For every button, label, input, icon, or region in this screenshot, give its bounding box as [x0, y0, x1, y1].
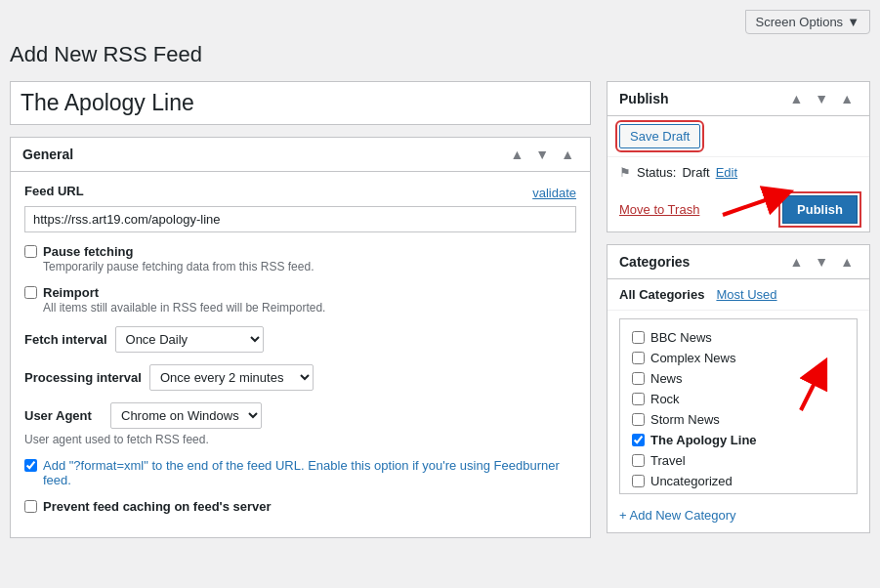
prevent-caching-row: Prevent feed caching on feed's server: [24, 499, 576, 514]
feed-title-input[interactable]: [10, 81, 591, 125]
list-item: Rock: [632, 389, 845, 409]
category-checkbox[interactable]: [632, 475, 645, 487]
list-item: News: [632, 368, 845, 389]
screen-options-button[interactable]: Screen Options ▼: [745, 10, 870, 34]
publish-panel-down-button[interactable]: ▼: [811, 90, 832, 107]
processing-interval-row: Processing interval Once every 2 minutes…: [24, 364, 576, 391]
format-xml-checkbox[interactable]: [24, 459, 37, 472]
prevent-caching-checkbox[interactable]: [24, 500, 37, 513]
categories-panel-down-button[interactable]: ▼: [811, 253, 832, 271]
category-label[interactable]: Rock: [650, 392, 680, 406]
reimport-label[interactable]: Reimport: [43, 285, 99, 300]
fetch-interval-select[interactable]: Once Daily Once Every Hour Once Every 2 …: [115, 326, 264, 353]
status-label: Status:: [637, 165, 676, 180]
feed-url-label: Feed URL: [24, 184, 84, 198]
category-checkbox[interactable]: [632, 331, 645, 344]
fetch-interval-label: Fetch interval: [24, 332, 107, 347]
pause-fetching-desc: Temporarily pause fetching data from thi…: [43, 260, 314, 273]
user-agent-desc: User agent used to fetch RSS feed.: [24, 433, 576, 446]
panel-controls: ▲ ▼ ▲: [506, 146, 578, 163]
reimport-checkbox[interactable]: [24, 286, 37, 299]
feed-url-row: Feed URL validate: [24, 184, 576, 232]
publish-actions-row: Move to Trash Publish: [608, 188, 869, 231]
list-item: Travel: [632, 450, 845, 471]
categories-panel-title: Categories: [619, 254, 690, 270]
category-checkbox[interactable]: [632, 434, 645, 446]
processing-interval-select[interactable]: Once every 2 minutes Once every 5 minute…: [149, 364, 314, 391]
category-label[interactable]: Uncategorized: [650, 474, 733, 488]
move-to-trash-link[interactable]: Move to Trash: [619, 202, 699, 217]
list-item: BBC News: [632, 327, 845, 348]
category-label[interactable]: Travel: [650, 453, 686, 468]
format-xml-row: Add "?format=xml" to the end of the feed…: [24, 458, 576, 487]
general-panel: General ▲ ▼ ▲ Feed URL validate: [10, 137, 591, 538]
add-new-category-link[interactable]: + Add New Category: [619, 508, 736, 523]
validate-link[interactable]: validate: [532, 186, 576, 200]
pause-fetching-checkbox[interactable]: [24, 245, 37, 258]
categories-list: BBC NewsComplex NewsNewsRockStorm NewsTh…: [619, 318, 858, 494]
publish-panel-controls: ▲ ▼ ▲: [785, 90, 858, 107]
screen-options-label: Screen Options: [756, 15, 844, 29]
list-item: Complex News: [632, 348, 845, 368]
category-label[interactable]: The Apology Line: [650, 433, 757, 447]
general-panel-title: General: [22, 147, 73, 162]
list-item: The Apology Line: [632, 430, 845, 450]
list-item: Storm News: [632, 409, 845, 430]
category-label[interactable]: Complex News: [650, 351, 735, 365]
category-label[interactable]: BBC News: [650, 330, 712, 345]
feed-url-input[interactable]: [24, 206, 576, 232]
categories-tabs: All Categories Most Used: [608, 279, 869, 311]
save-draft-row: Save Draft: [608, 116, 869, 157]
prevent-caching-label[interactable]: Prevent feed caching on feed's server: [43, 499, 272, 514]
categories-panel-header: Categories ▲ ▼ ▲: [608, 245, 869, 279]
pause-fetching-label[interactable]: Pause fetching: [43, 244, 133, 259]
tab-most-used[interactable]: Most Used: [716, 287, 776, 302]
status-edit-link[interactable]: Edit: [716, 165, 737, 180]
publish-button[interactable]: Publish: [782, 195, 858, 224]
fetch-interval-row: Fetch interval Once Daily Once Every Hou…: [24, 326, 576, 353]
categories-panel: Categories ▲ ▼ ▲ All Categories Most Use…: [607, 244, 870, 533]
pause-fetching-row: Pause fetching Temporarily pause fetchin…: [24, 244, 576, 273]
publish-panel: Publish ▲ ▼ ▲ Save Draft ⚑ Status: Draft…: [607, 81, 870, 232]
add-new-category-section: + Add New Category: [608, 502, 869, 532]
status-value: Draft: [682, 165, 709, 180]
publish-panel-expand-button[interactable]: ▲: [836, 90, 858, 107]
category-checkbox[interactable]: [632, 413, 645, 426]
reimport-row: Reimport All items still available in RS…: [24, 285, 576, 315]
user-agent-label: User Agent: [24, 408, 103, 423]
general-panel-body: Feed URL validate Pause fetching Tempora…: [11, 172, 590, 537]
status-icon: ⚑: [619, 165, 631, 180]
category-checkbox[interactable]: [632, 454, 645, 467]
processing-interval-label: Processing interval: [24, 370, 142, 385]
format-xml-label[interactable]: Add "?format=xml" to the end of the feed…: [43, 458, 560, 487]
categories-panel-up-button[interactable]: ▲: [785, 253, 807, 271]
publish-panel-up-button[interactable]: ▲: [785, 90, 807, 107]
category-checkbox[interactable]: [632, 352, 645, 364]
category-checkbox[interactable]: [632, 372, 645, 385]
user-agent-select[interactable]: Chrome on Windows Firefox on Windows Saf…: [110, 402, 262, 429]
status-row: ⚑ Status: Draft Edit: [608, 157, 869, 188]
list-item: Uncategorized: [632, 471, 845, 491]
chevron-down-icon: ▼: [847, 15, 859, 29]
save-draft-button[interactable]: Save Draft: [619, 124, 700, 148]
category-label[interactable]: News: [650, 371, 683, 386]
reimport-desc: All items still available in RSS feed wi…: [43, 301, 325, 315]
category-label[interactable]: Storm News: [650, 412, 720, 427]
user-agent-row: User Agent Chrome on Windows Firefox on …: [24, 402, 576, 446]
tab-all-categories[interactable]: All Categories: [619, 287, 704, 302]
panel-collapse-up-button[interactable]: ▲: [506, 146, 527, 163]
page-title: Add New RSS Feed: [10, 42, 870, 67]
publish-panel-title: Publish: [619, 91, 669, 106]
panel-expand-button[interactable]: ▲: [557, 146, 578, 163]
publish-panel-header: Publish ▲ ▼ ▲: [608, 82, 869, 116]
panel-collapse-down-button[interactable]: ▼: [531, 146, 553, 163]
categories-panel-controls: ▲ ▼ ▲: [785, 253, 858, 271]
category-checkbox[interactable]: [632, 393, 645, 405]
categories-panel-expand-button[interactable]: ▲: [836, 253, 858, 271]
general-panel-header: General ▲ ▼ ▲: [11, 138, 590, 172]
